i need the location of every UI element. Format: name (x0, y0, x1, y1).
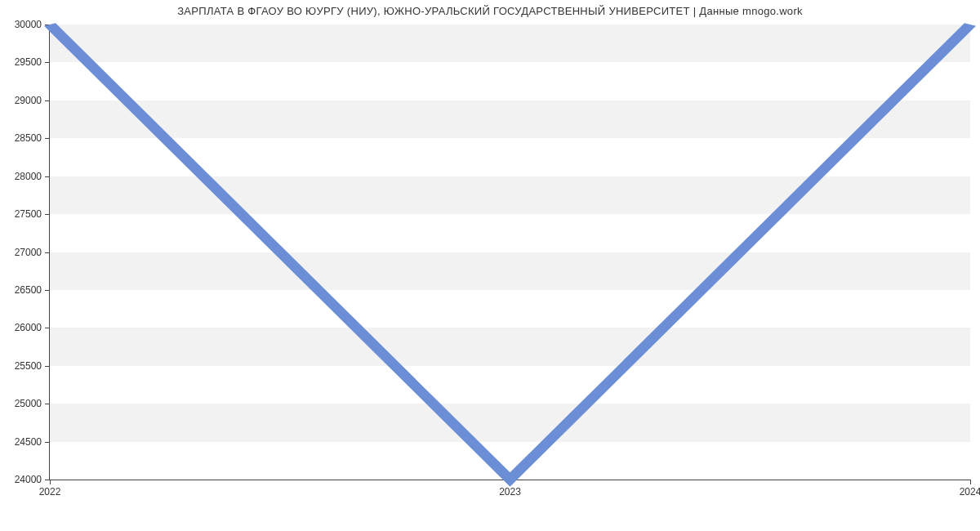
x-tick-label: 2023 (499, 486, 521, 498)
y-tick-label: 29500 (15, 56, 42, 68)
y-tick-label: 26500 (15, 284, 42, 296)
y-tick-label: 26000 (15, 322, 42, 333)
y-tick-label: 24000 (15, 474, 42, 485)
chart-title: ЗАРПЛАТА В ФГАОУ ВО ЮУРГУ (НИУ), ЮЖНО-УР… (0, 5, 980, 17)
y-tick-label: 27000 (15, 247, 42, 258)
y-tick-label: 28500 (15, 132, 42, 144)
x-tick (50, 480, 51, 484)
x-tick-label: 2024 (960, 486, 980, 498)
chart-container: ЗАРПЛАТА В ФГАОУ ВО ЮУРГУ (НИУ), ЮЖНО-УР… (0, 0, 980, 531)
y-tick-label: 25500 (15, 360, 42, 372)
y-tick-label: 24500 (15, 436, 42, 448)
line-series (50, 25, 970, 480)
y-tick-label: 29000 (15, 95, 42, 106)
x-tick (970, 480, 971, 484)
x-tick-label: 2022 (39, 486, 61, 498)
y-tick-label: 25000 (15, 398, 42, 409)
y-tick-label: 27500 (15, 208, 42, 220)
plot-area: 24000 24500 25000 25500 26000 26500 2700… (49, 25, 970, 480)
y-tick-label: 28000 (15, 171, 42, 182)
y-tick-label: 30000 (15, 19, 42, 30)
